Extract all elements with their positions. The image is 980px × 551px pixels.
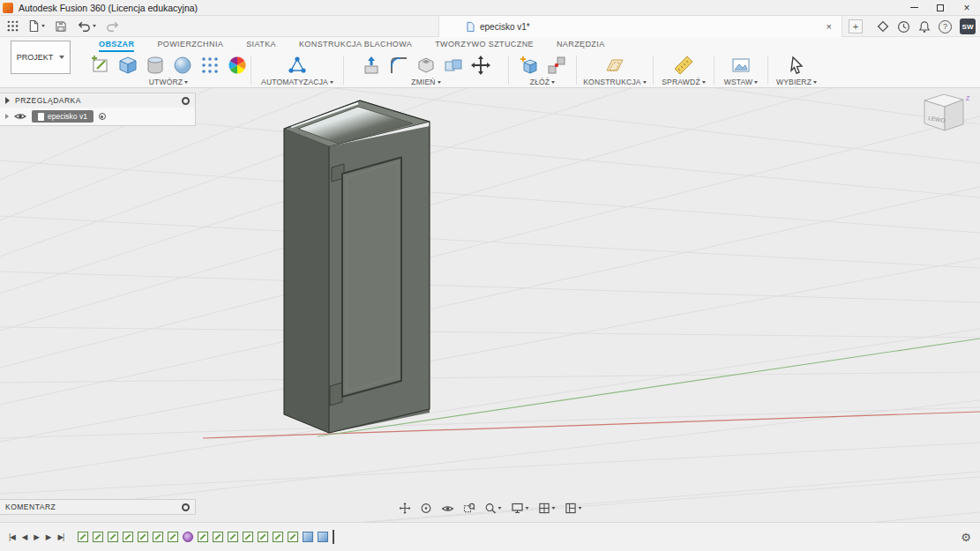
timeline-item-sketch[interactable] [78, 532, 88, 542]
toolbar: UTWÓRZ AUTOMATYZACJA ZMIEŃ [0, 52, 980, 88]
new-tab-button[interactable]: + [849, 19, 863, 34]
window-minimize-button[interactable] [901, 0, 927, 15]
viewport-3d[interactable]: PRZEGLĄDARKA epecisko v1 KOMENTARZ [0, 88, 980, 522]
tab-narzedzia[interactable]: NARZĘDZIA [557, 40, 605, 52]
timeline-item-feature[interactable] [318, 532, 328, 542]
timeline-end-marker[interactable] [333, 530, 334, 544]
group-insert-dropdown[interactable]: WSTAW [724, 78, 759, 86]
job-status-icon[interactable] [897, 20, 910, 34]
timeline-item-sketch[interactable] [108, 532, 118, 542]
document-tab[interactable]: epecisko v1* × [438, 16, 842, 37]
cylinder-icon[interactable] [145, 55, 166, 76]
create-sketch-icon[interactable] [90, 55, 111, 76]
group-construct-dropdown[interactable]: KONSTRUKCJA [583, 78, 647, 86]
insert-canvas-icon[interactable] [730, 55, 752, 76]
step-forward-button[interactable]: ▶ [46, 532, 51, 541]
comment-panel-header[interactable]: KOMENTARZ [0, 500, 195, 514]
timeline-item-sketch[interactable] [288, 532, 298, 542]
window-close-button[interactable]: × [954, 0, 980, 15]
orbit-tool-icon[interactable] [420, 503, 431, 514]
box-icon[interactable] [117, 55, 138, 76]
group-select-dropdown[interactable]: WYBIERZ [776, 78, 817, 86]
skip-to-start-button[interactable]: |◀ [9, 532, 15, 541]
document-tab-close-icon[interactable]: × [824, 21, 834, 32]
panel-collapse-arrow-icon[interactable] [5, 97, 10, 104]
move-icon[interactable] [470, 55, 491, 76]
notifications-bell-icon[interactable] [918, 20, 931, 34]
panel-pin-icon[interactable] [182, 97, 190, 105]
step-back-button[interactable]: ◀ [22, 532, 27, 541]
model-body[interactable] [284, 101, 430, 433]
toolbar-separator [251, 56, 251, 85]
shell-icon[interactable] [415, 55, 437, 76]
undo-button[interactable] [77, 20, 96, 33]
timeline-item-sketch[interactable] [123, 532, 133, 542]
timeline-item-form[interactable] [183, 532, 193, 542]
file-menu-button[interactable] [28, 19, 45, 33]
timeline-item-sketch[interactable] [273, 532, 283, 542]
timeline-item-sketch[interactable] [168, 532, 178, 542]
construction-plane-icon[interactable] [604, 55, 625, 76]
extensions-icon[interactable] [877, 20, 889, 33]
visibility-eye-icon[interactable] [14, 112, 26, 121]
timeline-item-sketch[interactable] [138, 532, 148, 542]
look-at-tool-icon[interactable] [441, 504, 453, 513]
tab-siatka[interactable]: SIATKA [246, 40, 276, 52]
group-assemble-dropdown[interactable]: ZŁÓŻ [530, 78, 556, 86]
browser-document-row[interactable]: epecisko v1 [0, 108, 195, 125]
tab-tworzywo-sztuczne[interactable]: TWORZYWO SZTUCZNE [435, 40, 534, 52]
timeline-item-sketch[interactable] [243, 532, 253, 542]
pan-tool-icon[interactable] [399, 503, 410, 514]
timeline-item-feature[interactable] [303, 532, 313, 542]
app-grid-menu-icon[interactable] [7, 20, 19, 32]
automation-network-icon[interactable] [287, 55, 308, 76]
select-cursor-icon[interactable] [786, 55, 807, 76]
skip-to-end-button[interactable]: ▶| [57, 532, 64, 541]
document-node[interactable]: epecisko v1 [32, 110, 94, 123]
group-automation-dropdown[interactable]: AUTOMATYZACJA [261, 78, 333, 86]
redo-button[interactable] [106, 20, 120, 33]
model-clip-bottom[interactable] [330, 383, 342, 406]
help-button[interactable]: ? [939, 20, 952, 34]
sphere-icon[interactable] [172, 55, 193, 76]
timeline-item-sketch[interactable] [228, 532, 238, 542]
view-cube[interactable]: LEWO Z [911, 92, 975, 146]
combine-icon[interactable] [443, 55, 464, 76]
group-create-dropdown[interactable]: UTWÓRZ [149, 78, 189, 86]
pattern-icon[interactable] [199, 55, 221, 76]
display-settings-icon[interactable] [511, 503, 528, 514]
measure-icon[interactable] [673, 55, 694, 76]
timeline-item-sketch[interactable] [258, 532, 268, 542]
panel-pin-icon[interactable] [182, 503, 190, 511]
tab-konstrukcja-blachowa[interactable]: KONSTRUKCJA BLACHOWA [299, 40, 412, 52]
new-component-icon[interactable] [519, 55, 540, 76]
group-modify-dropdown[interactable]: ZMIEŃ [411, 78, 440, 86]
timeline-item-sketch[interactable] [198, 532, 208, 542]
grid-settings-icon[interactable] [538, 503, 555, 514]
viewports-icon[interactable] [565, 503, 581, 514]
tab-obszar[interactable]: OBSZAR [99, 40, 134, 52]
timeline-settings-gear-icon[interactable]: ⚙ [961, 531, 971, 544]
activate-radio-icon[interactable] [99, 113, 106, 120]
save-button[interactable] [55, 20, 67, 33]
zoom-tool-icon[interactable] [484, 503, 501, 514]
timeline-item-sketch[interactable] [213, 532, 223, 542]
timeline-item-sketch[interactable] [153, 532, 163, 542]
fillet-icon[interactable] [388, 55, 409, 76]
tab-powierzchnia[interactable]: POWIERZCHNIA [157, 40, 223, 52]
timeline-item-sketch[interactable] [93, 532, 103, 542]
model-panel[interactable] [342, 158, 401, 398]
expand-arrow-icon[interactable] [5, 114, 9, 119]
project-menu-button[interactable]: PROJEKT [11, 41, 71, 74]
joint-icon[interactable] [546, 55, 567, 76]
zoom-window-tool-icon[interactable] [463, 503, 475, 514]
scene-canvas[interactable] [0, 88, 980, 522]
group-inspect-dropdown[interactable]: SPRAWDŹ [662, 78, 706, 86]
user-avatar[interactable]: SW [960, 19, 976, 34]
browser-panel-header[interactable]: PRZEGLĄDARKA [0, 93, 195, 108]
create-form-icon[interactable] [227, 55, 248, 76]
press-pull-icon[interactable] [361, 55, 382, 76]
play-button[interactable]: ▶ [34, 532, 39, 541]
project-menu-label: PROJEKT [17, 53, 54, 62]
window-maximize-button[interactable] [927, 0, 954, 15]
